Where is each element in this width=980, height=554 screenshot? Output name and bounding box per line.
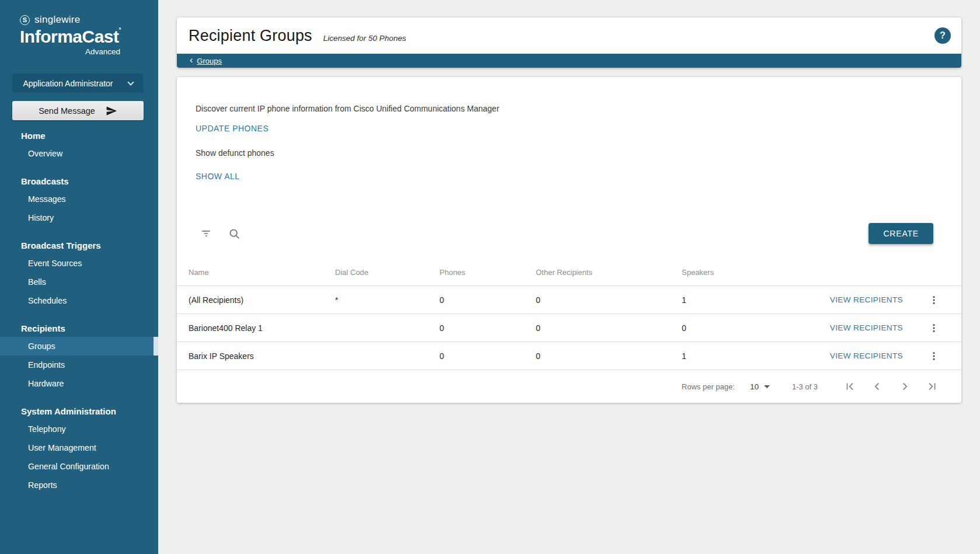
rows-per-page-value: 10 <box>750 382 759 391</box>
main-area: Recipient Groups Licensed for 50 Phones … <box>158 0 980 554</box>
table-toolbar: CREATE <box>177 216 961 251</box>
filter-icon[interactable] <box>200 228 212 239</box>
page-title: Recipient Groups <box>189 27 312 45</box>
groups-card: Discover current IP phone information fr… <box>177 77 961 403</box>
rows-per-page-label: Rows per page: <box>682 382 735 391</box>
send-icon <box>106 105 117 117</box>
page-header-card: Recipient Groups Licensed for 50 Phones … <box>177 18 961 68</box>
send-message-button[interactable]: Send Message <box>12 101 144 120</box>
first-page-icon[interactable] <box>842 378 858 395</box>
cell-dial-code: * <box>335 295 440 305</box>
cell-speakers: 0 <box>682 323 758 333</box>
table-header-row: Name Dial Code Phones Other Recipients S… <box>177 259 961 286</box>
view-recipients-link[interactable]: VIEW RECIPIENTS <box>830 351 903 360</box>
brand-product: InformaCast° <box>20 27 139 47</box>
brand-logo: S singlewire InformaCast° Advanced <box>0 0 139 56</box>
sidebar-item-general-configuration[interactable]: General Configuration <box>0 457 158 476</box>
sidebar-item-hardware[interactable]: Hardware <box>0 374 158 393</box>
sidebar: S singlewire InformaCast° Advanced Appli… <box>0 0 158 554</box>
sidebar-item-user-management[interactable]: User Management <box>0 438 158 457</box>
breadcrumb-groups-link[interactable]: Groups <box>197 57 222 65</box>
caret-down-icon <box>764 385 770 388</box>
cell-name: Barix IP Speakers <box>189 351 335 361</box>
sidebar-nav: Home Overview Broadcasts Messages Histor… <box>0 120 158 494</box>
kebab-menu-icon[interactable] <box>926 320 941 336</box>
sidebar-item-reports[interactable]: Reports <box>0 476 158 494</box>
cell-speakers: 1 <box>682 351 758 361</box>
cell-other-recipients: 0 <box>536 295 682 305</box>
sidebar-item-schedules[interactable]: Schedules <box>0 291 158 310</box>
cell-phones: 0 <box>440 323 536 333</box>
last-page-icon[interactable] <box>924 378 940 395</box>
column-header-other-recipients: Other Recipients <box>536 268 682 277</box>
cell-name: Barionet400 Relay 1 <box>189 323 335 333</box>
brand-company: singlewire <box>34 14 81 26</box>
discover-description: Discover current IP phone information fr… <box>196 103 943 114</box>
cell-speakers: 1 <box>682 295 758 305</box>
update-phones-button[interactable]: UPDATE PHONES <box>191 119 273 138</box>
sidebar-item-bells[interactable]: Bells <box>0 273 158 291</box>
next-page-icon[interactable] <box>897 378 913 395</box>
column-header-speakers: Speakers <box>682 268 758 277</box>
cell-other-recipients: 0 <box>536 323 682 333</box>
help-icon[interactable]: ? <box>934 27 951 44</box>
sidebar-item-telephony[interactable]: Telephony <box>0 420 158 438</box>
chevron-left-icon: ‹ <box>190 55 193 65</box>
kebab-menu-icon[interactable] <box>926 292 941 308</box>
nav-section-home: Home <box>0 120 158 144</box>
view-recipients-link[interactable]: VIEW RECIPIENTS <box>830 323 903 332</box>
role-selector-value: Application Administrator <box>23 79 113 88</box>
column-header-phones: Phones <box>440 268 536 277</box>
table-row: (All Recipients) * 0 0 1 VIEW RECIPIENTS <box>177 286 961 314</box>
search-icon[interactable] <box>228 228 240 240</box>
rows-per-page-select[interactable]: 10 <box>750 382 770 391</box>
license-note: Licensed for 50 Phones <box>323 34 406 43</box>
trademark-mark: ° <box>119 27 121 33</box>
sidebar-item-history[interactable]: History <box>0 208 158 227</box>
show-all-button[interactable]: SHOW ALL <box>191 167 245 186</box>
column-header-name: Name <box>189 268 335 277</box>
role-selector-dropdown[interactable]: Application Administrator <box>12 74 144 93</box>
defunct-description: Show defunct phones <box>196 147 943 159</box>
cell-phones: 0 <box>440 295 536 305</box>
previous-page-icon[interactable] <box>869 378 885 395</box>
view-recipients-link[interactable]: VIEW RECIPIENTS <box>830 295 903 304</box>
nav-section-broadcasts: Broadcasts <box>0 163 158 190</box>
sidebar-item-groups[interactable]: Groups <box>0 337 158 356</box>
breadcrumb: ‹ Groups <box>177 54 961 68</box>
sidebar-item-event-sources[interactable]: Event Sources <box>0 254 158 273</box>
table-row: Barix IP Speakers 0 0 1 VIEW RECIPIENTS <box>177 342 961 370</box>
sidebar-item-endpoints[interactable]: Endpoints <box>0 356 158 374</box>
nav-section-recipients: Recipients <box>0 310 158 337</box>
create-button[interactable]: CREATE <box>869 223 933 244</box>
sidebar-item-messages[interactable]: Messages <box>0 190 158 208</box>
column-header-dial-code: Dial Code <box>335 268 440 277</box>
cell-name: (All Recipients) <box>189 295 335 305</box>
pagination-bar: Rows per page: 10 1-3 of 3 <box>177 370 961 403</box>
kebab-menu-icon[interactable] <box>926 349 941 364</box>
send-message-label: Send Message <box>39 106 95 116</box>
pagination-range: 1-3 of 3 <box>792 382 818 391</box>
chevron-down-icon <box>127 79 134 85</box>
nav-section-system-administration: System Administration <box>0 393 158 420</box>
brand-edition: Advanced <box>20 47 139 56</box>
sidebar-item-overview[interactable]: Overview <box>0 144 158 163</box>
nav-section-broadcast-triggers: Broadcast Triggers <box>0 227 158 254</box>
cell-other-recipients: 0 <box>536 351 682 361</box>
cell-phones: 0 <box>440 351 536 361</box>
table-row: Barionet400 Relay 1 0 0 0 VIEW RECIPIENT… <box>177 314 961 342</box>
singlewire-logo-icon: S <box>20 15 30 25</box>
